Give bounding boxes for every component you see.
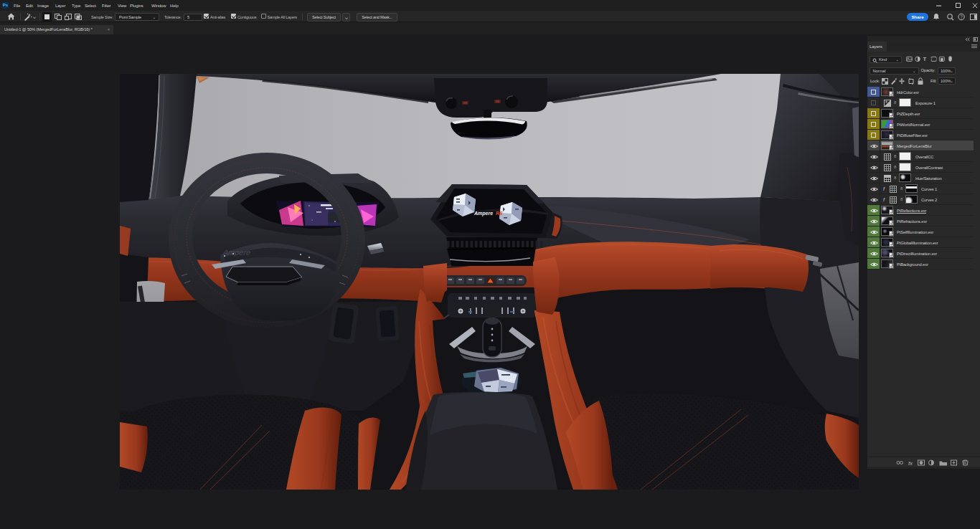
svg-text:RS: RS bbox=[496, 211, 503, 216]
svg-text:Ampere: Ampere bbox=[473, 211, 493, 216]
svg-text:?: ? bbox=[960, 14, 963, 19]
svg-text:fx: fx bbox=[908, 460, 913, 467]
svg-text:T: T bbox=[923, 56, 926, 62]
svg-text:Ampere: Ampere bbox=[222, 248, 251, 257]
